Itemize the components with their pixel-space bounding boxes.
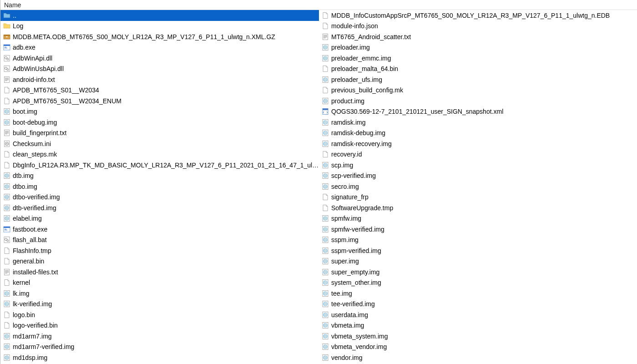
img-icon — [3, 108, 10, 115]
file-row[interactable]: module-info.json — [319, 21, 637, 32]
file-row[interactable]: ramdisk-debug.img — [319, 128, 637, 139]
file-row[interactable]: android-info.txt — [0, 74, 319, 85]
file-name-label: DbgInfo_LR12A.R3.MP_TK_MD_BASIC_MOLY_LR1… — [13, 162, 319, 169]
file-row[interactable]: signature_frp — [319, 192, 637, 203]
file-row[interactable]: preloader_malta_64.bin — [319, 64, 637, 75]
file-row[interactable]: preloader_ufs.img — [319, 74, 637, 85]
file-list-panel: Name ..LogMDDB.META.ODB_MT6765_S00_MOLY_… — [0, 0, 637, 364]
file-row[interactable]: lk-verified.img — [0, 299, 319, 310]
file-row[interactable]: vbmeta_vendor.img — [319, 342, 637, 353]
file-icon — [322, 151, 329, 158]
file-row[interactable]: tee-verified.img — [319, 299, 637, 310]
file-icon — [3, 151, 10, 158]
file-row[interactable]: boot.img — [0, 106, 319, 117]
file-icon — [3, 258, 10, 265]
column-header-name[interactable]: Name — [3, 1, 322, 9]
file-row[interactable]: md1arm7.img — [0, 331, 319, 342]
file-icon — [3, 162, 10, 169]
folder-up-icon — [3, 12, 10, 19]
file-row[interactable]: APDB_MT6765_S01__W2034_ENUM — [0, 96, 319, 106]
file-row[interactable]: SoftwareUpgrade.tmp — [319, 202, 637, 213]
file-row[interactable]: dtb-verified.img — [0, 202, 319, 213]
file-name-label: scp.img — [331, 162, 353, 169]
file-row[interactable]: lk.img — [0, 288, 319, 299]
file-row[interactable]: general.bin — [0, 256, 319, 267]
file-name-label: adb.exe — [13, 44, 35, 51]
file-name-label: elabel.img — [13, 215, 42, 222]
file-name-label: APDB_MT6765_S01__W2034 — [13, 86, 99, 94]
file-row[interactable]: build_fingerprint.txt — [0, 128, 319, 139]
text-icon — [3, 268, 10, 276]
file-row[interactable]: AdbWinApi.dll — [0, 53, 319, 64]
file-row[interactable]: vbmeta_system.img — [319, 331, 637, 342]
file-row[interactable]: secro.img — [319, 181, 637, 192]
file-row[interactable]: DbgInfo_LR12A.R3.MP_TK_MD_BASIC_MOLY_LR1… — [0, 160, 319, 171]
file-row[interactable]: ramdisk-recovery.img — [319, 138, 637, 149]
file-row[interactable]: super.img — [319, 256, 637, 267]
file-row[interactable]: logo.bin — [0, 309, 319, 320]
file-row[interactable]: fastboot.exe — [0, 224, 319, 235]
file-icon — [3, 97, 10, 105]
file-name-label: installed-files.txt — [13, 268, 58, 276]
img-icon — [3, 215, 10, 222]
archive-icon — [3, 33, 10, 40]
file-name-label: md1arm7-verified.img — [13, 343, 74, 350]
file-row[interactable]: scp-verified.img — [319, 171, 637, 182]
file-row[interactable]: tee.img — [319, 288, 637, 299]
img-icon — [322, 354, 329, 361]
file-row[interactable]: .. — [0, 10, 319, 21]
file-row[interactable]: preloader.img — [319, 42, 637, 53]
file-row[interactable]: preloader_emmc.img — [319, 53, 637, 64]
file-row[interactable]: Log — [0, 21, 319, 32]
file-row[interactable]: spmfw.img — [319, 213, 637, 224]
file-row[interactable]: vbmeta.img — [319, 320, 637, 331]
file-row[interactable]: ramdisk.img — [319, 117, 637, 128]
file-row[interactable]: recovery.id — [319, 149, 637, 160]
img-icon — [322, 226, 329, 233]
file-row[interactable]: Checksum.ini — [0, 138, 319, 149]
file-row[interactable]: MDDB.META.ODB_MT6765_S00_MOLY_LR12A_R3_M… — [0, 31, 319, 42]
file-row[interactable]: QOGS30.569-12-7_2101_210121_user_SIGN_sn… — [319, 106, 637, 117]
file-area[interactable]: ..LogMDDB.META.ODB_MT6765_S00_MOLY_LR12A… — [0, 10, 637, 364]
file-row[interactable]: boot-debug.img — [0, 117, 319, 128]
file-row[interactable]: super_empty.img — [319, 267, 637, 278]
img-icon — [322, 343, 329, 350]
file-row[interactable]: FlashInfo.tmp — [0, 245, 319, 256]
file-row[interactable]: sspm.img — [319, 235, 637, 246]
file-row[interactable]: previous_build_config.mk — [319, 85, 637, 96]
file-row[interactable]: flash_all.bat — [0, 235, 319, 246]
file-row[interactable]: userdata.img — [319, 309, 637, 320]
file-name-label: logo-verified.bin — [13, 322, 58, 329]
file-name-label: ramdisk-recovery.img — [331, 140, 392, 147]
file-row[interactable]: sspm-verified.img — [319, 245, 637, 256]
file-row[interactable]: MDDB_InfoCustomAppSrcP_MT6765_S00_MOLY_L… — [319, 10, 637, 21]
file-row[interactable]: elabel.img — [0, 213, 319, 224]
file-name-label: MDDB.META.ODB_MT6765_S00_MOLY_LR12A_R3_M… — [13, 33, 275, 40]
file-name-label: logo.bin — [13, 311, 35, 318]
file-row[interactable]: kernel — [0, 278, 319, 288]
img-icon — [322, 279, 329, 286]
file-row[interactable]: product.img — [319, 96, 637, 106]
img-icon — [3, 300, 10, 308]
file-row[interactable]: installed-files.txt — [0, 267, 319, 278]
file-row[interactable]: clean_steps.mk — [0, 149, 319, 160]
file-row[interactable]: adb.exe — [0, 42, 319, 53]
file-row[interactable]: APDB_MT6765_S01__W2034 — [0, 85, 319, 96]
file-row[interactable]: scp.img — [319, 160, 637, 171]
column-header-row: Name — [0, 0, 637, 10]
file-row[interactable]: logo-verified.bin — [0, 320, 319, 331]
file-row[interactable]: md1arm7-verified.img — [0, 342, 319, 353]
file-row[interactable]: dtbo-verified.img — [0, 192, 319, 203]
file-row[interactable]: spmfw-verified.img — [319, 224, 637, 235]
file-row[interactable]: system_other.img — [319, 278, 637, 288]
img-icon — [322, 76, 329, 83]
file-row[interactable]: dtb.img — [0, 171, 319, 182]
file-row[interactable]: MT6765_Android_scatter.txt — [319, 31, 637, 42]
file-row[interactable]: md1dsp.img — [0, 352, 319, 363]
file-row[interactable]: vendor.img — [319, 352, 637, 363]
file-row[interactable]: AdbWinUsbApi.dll — [0, 64, 319, 75]
img-icon — [3, 172, 10, 179]
file-name-label: kernel — [13, 279, 30, 286]
file-row[interactable]: dtbo.img — [0, 181, 319, 192]
img-icon — [322, 162, 329, 169]
